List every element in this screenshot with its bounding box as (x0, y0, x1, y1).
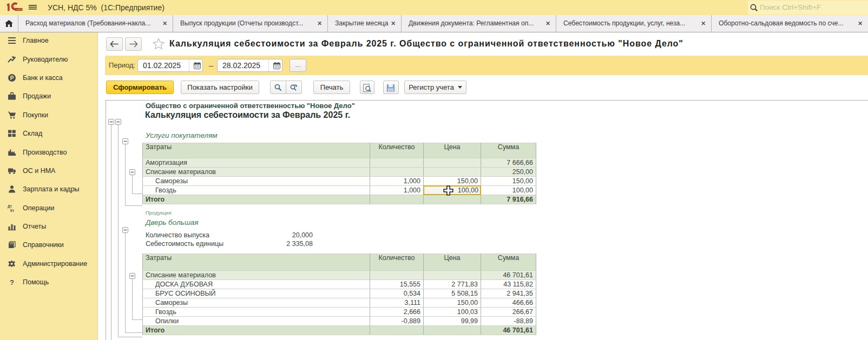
svg-text:Кт: Кт (10, 209, 14, 212)
svg-text:Р: Р (10, 75, 14, 81)
svg-text:?: ? (10, 278, 14, 286)
